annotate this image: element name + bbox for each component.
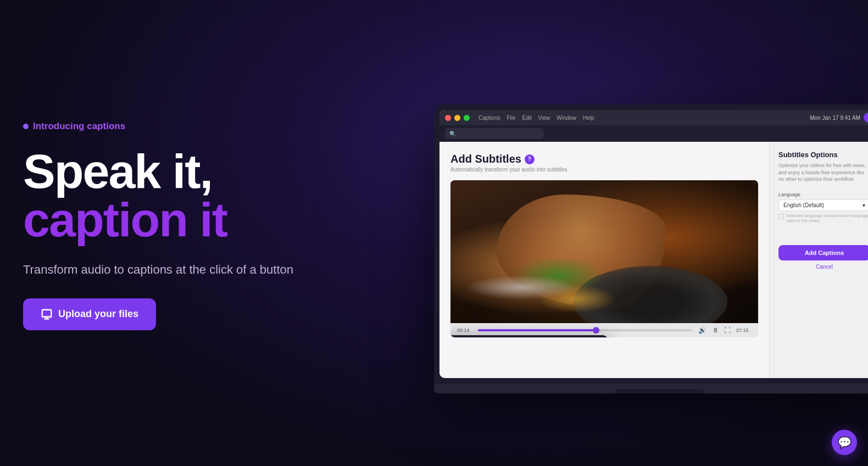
add-captions-button[interactable]: Add Captions <box>778 245 868 260</box>
minimize-button[interactable] <box>454 115 460 121</box>
app-main: Add Subtitles ? Automatically transform … <box>439 142 769 378</box>
menu-file[interactable]: File <box>507 115 515 121</box>
maximize-button[interactable] <box>464 115 470 121</box>
progress-fill <box>478 329 596 331</box>
video-thumbnail <box>450 180 758 323</box>
fullscreen-button[interactable]: ⛶ <box>724 326 731 334</box>
titlebar-right: Mon Jan 17 9:41 AM <box>810 113 868 123</box>
food-overlay <box>466 259 650 316</box>
language-label: Language <box>778 192 868 197</box>
app-content: Add Subtitles ? Automatically transform … <box>439 142 868 378</box>
svg-rect-0 <box>42 310 52 317</box>
sidebar-description: Optimize your videos for free with ease,… <box>778 162 868 183</box>
laptop-outer: Captions File Edit View Window Help Mon … <box>434 104 868 384</box>
menu-view[interactable]: View <box>538 115 550 121</box>
search-icon: 🔍 <box>449 131 456 137</box>
chat-icon: 💬 <box>838 436 852 449</box>
menu-bar: Captions File Edit View Window Help <box>478 115 594 121</box>
time-start: 00:14 <box>457 328 472 333</box>
menu-edit[interactable]: Edit <box>522 115 532 121</box>
system-time: Mon Jan 17 9:41 AM <box>810 115 860 121</box>
options-sidebar: Subtitles Options Optimize your videos f… <box>769 142 868 378</box>
progress-bar[interactable] <box>478 329 693 331</box>
page-title-text: Add Subtitles <box>450 153 521 165</box>
upload-button-label: Upload your files <box>58 308 138 320</box>
titlebar: Captions File Edit View Window Help Mon … <box>439 110 868 125</box>
time-end: 07:15 <box>736 328 752 333</box>
menu-captions[interactable]: Captions <box>478 115 500 121</box>
page-title: Add Subtitles ? <box>450 153 758 165</box>
page-subtitle: Automatically transform your audio into … <box>450 167 758 173</box>
mute-button[interactable]: 🔊 <box>698 326 706 334</box>
video-container: During this tutorial, I will cover all y… <box>450 180 758 337</box>
language-dropdown[interactable]: English (Default) ▾ <box>778 199 868 211</box>
info-icon: ? <box>525 154 535 164</box>
cancel-link[interactable]: Cancel <box>778 264 868 270</box>
language-checkbox[interactable] <box>778 214 784 219</box>
hero-subtitle: Transform audio to captions at the click… <box>23 262 293 279</box>
language-value: English (Default) <box>783 202 824 208</box>
hero-content: Introducing captions Speak it, caption i… <box>23 121 293 330</box>
user-avatar <box>864 113 868 123</box>
laptop-mockup: Captions File Edit View Window Help Mon … <box>434 104 868 393</box>
laptop-screen: Captions File Edit View Window Help Mon … <box>439 110 868 378</box>
headline-white: Speak it, <box>23 147 293 196</box>
language-note-text: Selected language should match language … <box>786 213 868 223</box>
sidebar-title: Subtitles Options <box>778 151 868 159</box>
menu-help[interactable]: Help <box>583 115 594 121</box>
badge-dot <box>23 124 29 129</box>
play-pause-button[interactable]: ⏸ <box>712 326 719 334</box>
chevron-down-icon: ▾ <box>863 202 865 208</box>
search-field[interactable]: 🔍 <box>445 128 544 139</box>
laptop-base <box>434 384 868 393</box>
searchbar-row: 🔍 <box>439 125 868 142</box>
introducing-badge: Introducing captions <box>23 121 293 132</box>
upload-button[interactable]: Upload your files <box>23 298 156 330</box>
badge-text: Introducing captions <box>33 121 125 132</box>
language-note: Selected language should match language … <box>778 213 868 223</box>
headline-purple: caption it <box>23 196 293 244</box>
caption-bubble: During this tutorial, I will cover all y… <box>450 335 608 337</box>
progress-thumb <box>593 327 599 334</box>
laptop-notch <box>615 389 703 393</box>
upload-icon <box>41 308 53 320</box>
menu-window[interactable]: Window <box>557 115 576 121</box>
close-button[interactable] <box>445 115 451 121</box>
chat-button[interactable]: 💬 <box>832 430 857 455</box>
